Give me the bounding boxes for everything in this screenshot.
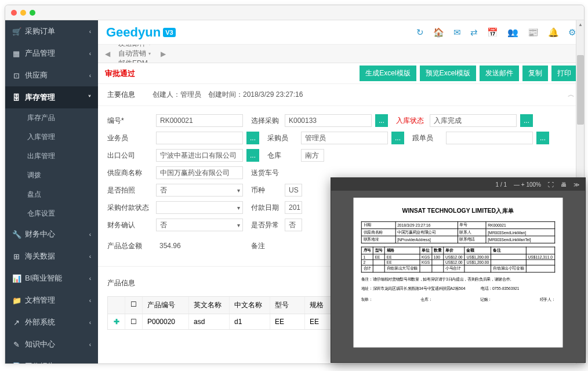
copy-button[interactable]: 复制	[522, 66, 548, 81]
photo-select[interactable]: 否	[156, 184, 243, 197]
sidebar-item[interactable]: 🗄库存管理˅	[5, 86, 98, 108]
sidebar-item[interactable]: ▦产品管理‹	[5, 42, 98, 64]
top-icon[interactable]: 🔔	[548, 27, 559, 38]
row-check[interactable]: ☐	[125, 314, 143, 329]
abn-label: 是否异常	[246, 220, 281, 230]
send-mail-button[interactable]: 发送邮件	[480, 66, 519, 81]
sidebar-icon: ⊡	[12, 71, 20, 80]
sales-pick-button[interactable]: ...	[246, 132, 259, 144]
scroll-thumb[interactable]	[577, 55, 584, 125]
sidebar-item[interactable]: 📄工作报告‹	[5, 355, 98, 363]
abn-input[interactable]: 否	[285, 219, 302, 231]
logo[interactable]: Geedyun V3	[106, 25, 176, 40]
preview-excel-button[interactable]: 预览Excel模版	[420, 66, 476, 81]
row-model: EE	[270, 314, 305, 329]
sidebar-subitem[interactable]: 调拨	[5, 166, 98, 185]
pdf-zoom-control[interactable]: — + 100%	[514, 181, 541, 188]
top-icon[interactable]: ⇄	[470, 27, 478, 38]
top-icon[interactable]: 👥	[507, 27, 518, 38]
chevron-icon: ‹	[89, 319, 91, 326]
chevron-icon: ˅	[88, 94, 91, 101]
sidebar-item[interactable]: ⊞海关数据‹	[5, 245, 98, 267]
chevron-icon: ‹	[89, 231, 91, 238]
top-icon[interactable]: 📅	[487, 27, 498, 38]
row-cname: d1	[230, 314, 270, 329]
tab[interactable]: 邮件EDM▾	[114, 59, 157, 63]
section-title: 主要信息	[107, 90, 135, 100]
pdf-note2: 地址：深圳市龙岗区坂田长发西路34号中宝通科技园A2栋504 电话：0755-8…	[361, 285, 555, 292]
scroll-up-icon[interactable]: ▲	[576, 20, 584, 28]
row-expand-icon[interactable]: ✚	[108, 314, 125, 329]
chevron-icon: ‹	[89, 50, 91, 57]
car-label: 送货车号	[246, 168, 281, 178]
sidebar-subitem[interactable]: 入库管理	[5, 128, 98, 147]
sales-input[interactable]	[156, 132, 243, 144]
pdf-preview-window[interactable]: 1 / 1 — + 100% ⛶ 🖶 ≫ WINSAT TECHNOLOGY L…	[331, 177, 586, 363]
sup-label: 供应商名称	[107, 168, 153, 178]
top-icons: ↻🏠✉⇄📅👥📰🔔⚙	[416, 27, 576, 38]
collapse-icon[interactable]: ︿	[568, 90, 575, 100]
tabs-next-icon[interactable]: ▶	[157, 50, 169, 58]
chevron-icon: ‹	[89, 297, 91, 304]
pdf-expand-icon[interactable]: ⛶	[548, 181, 554, 188]
gen-excel-button[interactable]: 生成Excel模版	[360, 66, 416, 81]
top-icon[interactable]: 📰	[528, 27, 539, 38]
th-check[interactable]: ☐	[125, 297, 143, 314]
exp-pick-button[interactable]: ...	[246, 149, 259, 162]
no-input[interactable]: RK000021	[156, 114, 243, 127]
min-dot[interactable]	[20, 10, 26, 16]
sidebar-item[interactable]: 📁文档管理‹	[5, 289, 98, 311]
top-icon[interactable]: 🏠	[433, 27, 444, 38]
sup-input[interactable]: 中国万赢药业有限公司	[156, 166, 243, 179]
follow-pick-button[interactable]: ...	[536, 132, 549, 144]
pdf-sig-field: 制单：	[361, 297, 373, 303]
pdf-print-icon[interactable]: 🖶	[561, 181, 567, 188]
top-icon[interactable]: ↻	[416, 27, 424, 38]
tab[interactable]: 自动营销▾	[114, 49, 157, 59]
sidebar-item[interactable]: ✎知识中心‹	[5, 333, 98, 355]
tab[interactable]: 发送邮件▾	[114, 45, 157, 49]
chevron-icon: ‹	[89, 363, 91, 364]
wh-input[interactable]: 南方	[301, 149, 324, 162]
th-code: 产品编号	[143, 297, 189, 314]
paydate-input[interactable]: 201	[285, 201, 302, 214]
pdf-page: WINSAT TECHNOLOGY LIMITED入库单 日期2018/3/29…	[354, 198, 563, 347]
row-code: P000020	[143, 314, 189, 329]
sidebar-subitem[interactable]: 库存产品	[5, 108, 98, 128]
pdf-signatures: 制单：仓库：记账：经手人：	[361, 297, 555, 303]
section-main-info: 主要信息 创建人：管理员 创建时间：2018/3/29 23:27:16 ︿	[98, 84, 584, 106]
sidebar-subitem[interactable]: 盘点	[5, 185, 98, 204]
top-icon[interactable]: ⚙	[568, 27, 576, 38]
po-input[interactable]: K000133	[285, 114, 372, 127]
sidebar-item[interactable]: 📊BI商业智能‹	[5, 267, 98, 289]
top-icon[interactable]: ✉	[453, 27, 461, 38]
instate-input[interactable]: 入库完成	[430, 114, 517, 127]
sidebar-subitem[interactable]: 仓库设置	[5, 204, 98, 223]
pdf-menu-icon[interactable]: ≫	[574, 181, 579, 188]
sidebar-item[interactable]: 🛒采购订单‹	[5, 20, 98, 42]
tabs-prev-icon[interactable]: ◀	[101, 50, 114, 58]
max-dot[interactable]	[30, 10, 35, 16]
pdf-sig-field: 经手人：	[540, 297, 556, 303]
sidebar-icon: 🔧	[12, 230, 20, 239]
sidebar-icon: 📁	[12, 296, 20, 305]
sidebar-subitem[interactable]: 出库管理	[5, 147, 98, 166]
print-button[interactable]: 打印	[551, 66, 577, 81]
follow-label: 跟单员	[408, 133, 442, 143]
sidebar-item[interactable]: ↗外部系统‹	[5, 311, 98, 333]
buyer-input[interactable]: 管理员	[301, 132, 388, 144]
exp-input[interactable]: 宁波中基进出口有限公司	[156, 149, 243, 162]
no-label: 编号	[107, 116, 153, 126]
sidebar-label: 财务中心	[25, 229, 55, 239]
fin-select[interactable]: 否	[156, 219, 243, 231]
close-dot[interactable]	[11, 10, 17, 16]
logo-tag: V3	[163, 28, 175, 37]
po-pick-button[interactable]: ...	[375, 114, 388, 127]
instate-pick-button[interactable]: ...	[520, 114, 533, 127]
sidebar-item[interactable]: 🔧财务中心‹	[5, 223, 98, 245]
sidebar-item[interactable]: ⊡供应商‹	[5, 64, 98, 86]
paystat-select[interactable]	[156, 201, 243, 214]
follow-input[interactable]	[446, 132, 533, 144]
cur-input[interactable]: US	[285, 184, 302, 197]
buyer-pick-button[interactable]: ...	[391, 132, 404, 144]
